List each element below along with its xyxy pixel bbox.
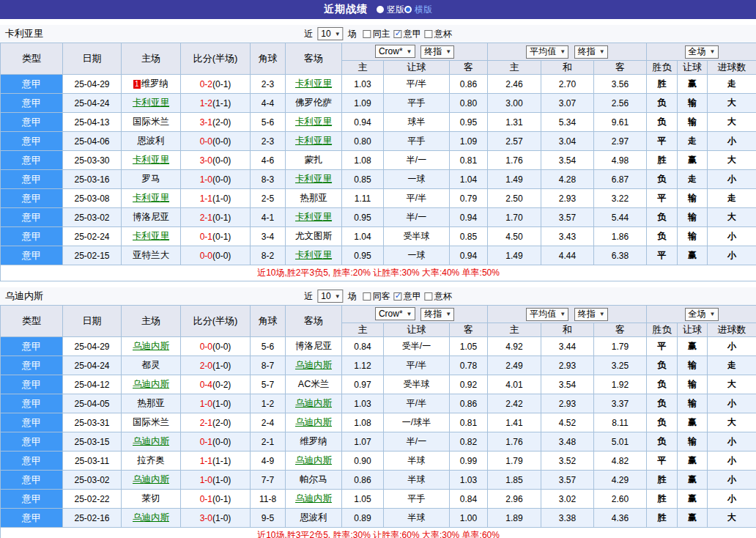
home-team-cell[interactable]: 博洛尼亚 xyxy=(122,208,181,227)
away-team-cell[interactable]: 维罗纳 xyxy=(286,432,342,452)
home-team-cell[interactable]: 亚特兰大 xyxy=(122,246,181,265)
checkbox-icon[interactable] xyxy=(394,30,402,38)
team-link[interactable]: 莱切 xyxy=(142,493,160,504)
fulltime-score[interactable]: 3-0 xyxy=(200,513,212,523)
team-link[interactable]: 卡利亚里 xyxy=(133,231,169,241)
team-link[interactable]: 帕尔马 xyxy=(300,474,327,484)
away-team-cell[interactable]: 乌迪内斯 xyxy=(286,452,342,471)
team-link[interactable]: 博洛尼亚 xyxy=(133,212,169,222)
bookmaker-select[interactable]: Crow*▼ xyxy=(375,307,415,320)
away-team-cell[interactable]: 卡利亚里 xyxy=(286,170,342,189)
fulltime-score[interactable]: 1-0 xyxy=(200,399,212,409)
score-cell[interactable]: 0-2(0-1) xyxy=(181,75,251,94)
team-link[interactable]: 乌迪内斯 xyxy=(295,417,332,427)
home-team-cell[interactable]: 乌迪内斯 xyxy=(122,471,181,490)
fulltime-score[interactable]: 0-0 xyxy=(200,342,212,352)
home-team-cell[interactable]: 1维罗纳 xyxy=(122,75,181,94)
home-team-cell[interactable]: 乌迪内斯 xyxy=(122,337,181,356)
home-team-cell[interactable]: 乌迪内斯 xyxy=(122,375,181,394)
home-team-cell[interactable]: 恩波利 xyxy=(122,132,181,151)
away-team-cell[interactable]: 卡利亚里 xyxy=(286,75,342,94)
away-team-cell[interactable]: 卡利亚里 xyxy=(286,113,342,132)
away-team-cell[interactable]: 恩波利 xyxy=(286,509,342,528)
final-odds-select[interactable]: 终指▼ xyxy=(420,45,454,59)
team-link[interactable]: 博洛尼亚 xyxy=(295,341,332,351)
away-team-cell[interactable]: 卡利亚里 xyxy=(286,132,342,151)
match-count-select[interactable]: 10▼ xyxy=(317,290,343,303)
away-team-cell[interactable]: 蒙扎 xyxy=(286,151,342,170)
fulltime-score[interactable]: 0-0 xyxy=(200,136,212,147)
checkbox-icon[interactable] xyxy=(425,292,433,301)
team-link[interactable]: 蒙扎 xyxy=(305,155,323,165)
score-cell[interactable]: 1-1(1-0) xyxy=(181,189,251,208)
fulltime-score[interactable]: 0-1 xyxy=(200,437,212,447)
radio-icon[interactable] xyxy=(377,6,384,13)
final-odds-select-2[interactable]: 终指▼ xyxy=(574,45,608,59)
filter-option[interactable]: 意甲 xyxy=(394,290,421,303)
fulltime-score[interactable]: 1-0 xyxy=(200,174,212,185)
team-link[interactable]: 国际米兰 xyxy=(133,117,169,127)
team-link[interactable]: 卡利亚里 xyxy=(295,174,332,184)
team-link[interactable]: 乌迪内斯 xyxy=(133,379,169,389)
fulltime-score[interactable]: 0-1 xyxy=(200,232,212,242)
away-team-cell[interactable]: 佛罗伦萨 xyxy=(286,94,342,113)
checkbox-icon[interactable] xyxy=(394,292,402,301)
team-link[interactable]: 乌迪内斯 xyxy=(295,360,332,370)
home-team-cell[interactable]: 拉齐奥 xyxy=(122,452,181,471)
fulltime-score[interactable]: 0-0 xyxy=(200,251,212,261)
fulltime-score[interactable]: 1-1 xyxy=(200,456,212,466)
team-link[interactable]: 乌迪内斯 xyxy=(133,436,169,446)
fulltime-score[interactable]: 1-0 xyxy=(200,475,212,485)
layout-mode-option-0[interactable]: 竖版 xyxy=(377,4,404,16)
team-link[interactable]: 恩波利 xyxy=(137,136,165,146)
filter-option[interactable]: 同客 xyxy=(363,290,390,303)
fulltime-score[interactable]: 2-0 xyxy=(200,361,212,371)
score-cell[interactable]: 1-0(1-0) xyxy=(181,394,251,413)
team-link[interactable]: 卡利亚里 xyxy=(295,212,332,222)
away-team-cell[interactable]: 乌迪内斯 xyxy=(286,413,342,432)
filter-option[interactable]: 意杯 xyxy=(425,290,452,303)
radio-icon[interactable] xyxy=(404,6,412,13)
fulltime-score[interactable]: 0-1 xyxy=(200,494,212,504)
filter-option[interactable]: 意甲 xyxy=(394,28,421,40)
team-link[interactable]: 乌迪内斯 xyxy=(295,455,332,465)
team-link[interactable]: 卡利亚里 xyxy=(295,117,332,127)
score-cell[interactable]: 3-0(0-0) xyxy=(181,151,251,170)
home-team-cell[interactable]: 卡利亚里 xyxy=(122,94,181,113)
away-team-cell[interactable]: 博洛尼亚 xyxy=(286,337,342,356)
away-team-cell[interactable]: 帕尔马 xyxy=(286,471,342,490)
home-team-cell[interactable]: 卡利亚里 xyxy=(122,189,181,208)
score-cell[interactable]: 1-0(0-0) xyxy=(181,170,251,189)
away-team-cell[interactable]: 乌迪内斯 xyxy=(286,394,342,413)
score-cell[interactable]: 1-2(1-1) xyxy=(181,94,251,113)
home-team-cell[interactable]: 乌迪内斯 xyxy=(122,432,181,452)
score-cell[interactable]: 0-1(0-1) xyxy=(181,227,251,246)
score-cell[interactable]: 0-0(0-0) xyxy=(181,337,251,356)
team-link[interactable]: 拉齐奥 xyxy=(137,455,165,465)
score-cell[interactable]: 1-0(1-0) xyxy=(181,471,251,490)
fulltime-score[interactable]: 1-1 xyxy=(200,194,212,204)
score-cell[interactable]: 3-0(1-0) xyxy=(181,509,251,528)
away-team-cell[interactable]: 卡利亚里 xyxy=(286,208,342,227)
team-link[interactable]: 热那亚 xyxy=(300,193,327,203)
fulltime-score[interactable]: 2-1 xyxy=(200,213,212,223)
team-link[interactable]: 卡利亚里 xyxy=(295,136,332,146)
score-cell[interactable]: 0-1(0-1) xyxy=(181,490,251,509)
team-link[interactable]: 恩波利 xyxy=(300,512,327,523)
average-select[interactable]: 平均值▼ xyxy=(526,308,568,321)
score-cell[interactable]: 2-0(1-0) xyxy=(181,356,251,375)
bookmaker-select[interactable]: Crow*▼ xyxy=(375,45,415,58)
fulltime-score[interactable]: 1-2 xyxy=(200,98,212,108)
team-link[interactable]: 卡利亚里 xyxy=(133,155,169,165)
checkbox-icon[interactable] xyxy=(425,30,433,38)
team-link[interactable]: 热那亚 xyxy=(137,398,165,408)
team-link[interactable]: 卡利亚里 xyxy=(133,97,169,108)
score-cell[interactable]: 0-1(0-0) xyxy=(181,432,251,452)
team-link[interactable]: 佛罗伦萨 xyxy=(295,97,332,108)
home-team-cell[interactable]: 都灵 xyxy=(122,356,181,375)
final-odds-select[interactable]: 终指▼ xyxy=(420,308,454,321)
fulltime-score[interactable]: 0-4 xyxy=(200,380,212,390)
score-cell[interactable]: 0-4(0-2) xyxy=(181,375,251,394)
away-team-cell[interactable]: 热那亚 xyxy=(286,189,342,208)
score-cell[interactable]: 2-1(2-0) xyxy=(181,413,251,432)
